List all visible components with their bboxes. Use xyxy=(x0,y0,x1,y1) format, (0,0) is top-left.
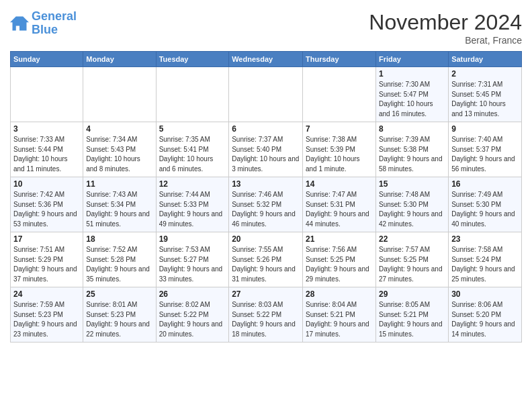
calendar-cell xyxy=(156,67,229,122)
day-number: 21 xyxy=(306,234,373,244)
day-number: 4 xyxy=(86,124,152,134)
calendar-cell: 28Sunrise: 8:04 AMSunset: 5:21 PMDayligh… xyxy=(303,287,376,342)
logo-text: General Blue xyxy=(32,10,77,37)
day-number: 28 xyxy=(306,289,373,299)
day-number: 23 xyxy=(451,234,519,244)
calendar-cell: 11Sunrise: 7:43 AMSunset: 5:34 PMDayligh… xyxy=(83,177,156,232)
day-number: 19 xyxy=(159,234,226,244)
header-saturday: Saturday xyxy=(449,52,522,67)
day-number: 24 xyxy=(13,289,80,299)
calendar-cell: 3Sunrise: 7:33 AMSunset: 5:44 PMDaylight… xyxy=(11,122,83,177)
logo-line2: Blue xyxy=(32,23,58,36)
logo-icon xyxy=(10,14,29,33)
day-info: Sunrise: 7:38 AMSunset: 5:39 PMDaylight:… xyxy=(306,135,373,174)
day-info: Sunrise: 7:59 AMSunset: 5:23 PMDaylight:… xyxy=(13,300,80,339)
calendar-cell: 21Sunrise: 7:56 AMSunset: 5:25 PMDayligh… xyxy=(303,232,376,287)
calendar-cell: 13Sunrise: 7:46 AMSunset: 5:32 PMDayligh… xyxy=(229,177,303,232)
day-number: 5 xyxy=(159,124,226,134)
day-info: Sunrise: 7:51 AMSunset: 5:29 PMDaylight:… xyxy=(13,245,80,284)
header-sunday: Sunday xyxy=(11,52,83,67)
header-tuesday: Tuesday xyxy=(156,52,229,67)
day-info: Sunrise: 8:06 AMSunset: 5:20 PMDaylight:… xyxy=(451,300,519,339)
day-number: 15 xyxy=(379,179,445,189)
day-info: Sunrise: 7:48 AMSunset: 5:30 PMDaylight:… xyxy=(379,190,445,229)
calendar-cell: 4Sunrise: 7:34 AMSunset: 5:43 PMDaylight… xyxy=(83,122,156,177)
day-info: Sunrise: 7:53 AMSunset: 5:27 PMDaylight:… xyxy=(159,245,226,284)
day-number: 6 xyxy=(232,124,300,134)
calendar-week-3: 10Sunrise: 7:42 AMSunset: 5:36 PMDayligh… xyxy=(11,177,522,232)
day-info: Sunrise: 7:43 AMSunset: 5:34 PMDaylight:… xyxy=(86,190,152,229)
header-wednesday: Wednesday xyxy=(229,52,303,67)
day-info: Sunrise: 8:03 AMSunset: 5:22 PMDaylight:… xyxy=(232,300,300,339)
day-info: Sunrise: 7:49 AMSunset: 5:30 PMDaylight:… xyxy=(451,190,519,229)
header-thursday: Thursday xyxy=(303,52,376,67)
day-number: 18 xyxy=(86,234,152,244)
logo-line1: General xyxy=(32,9,77,23)
calendar-cell: 18Sunrise: 7:52 AMSunset: 5:28 PMDayligh… xyxy=(83,232,156,287)
day-info: Sunrise: 7:56 AMSunset: 5:25 PMDaylight:… xyxy=(306,245,373,284)
calendar-cell: 15Sunrise: 7:48 AMSunset: 5:30 PMDayligh… xyxy=(375,177,448,232)
calendar-cell: 10Sunrise: 7:42 AMSunset: 5:36 PMDayligh… xyxy=(11,177,83,232)
day-number: 9 xyxy=(451,124,519,134)
day-number: 22 xyxy=(379,234,445,244)
calendar-cell xyxy=(303,67,376,122)
day-number: 13 xyxy=(232,179,300,189)
calendar-week-4: 17Sunrise: 7:51 AMSunset: 5:29 PMDayligh… xyxy=(11,232,522,287)
day-number: 26 xyxy=(159,289,226,299)
day-info: Sunrise: 7:35 AMSunset: 5:41 PMDaylight:… xyxy=(159,135,226,174)
day-info: Sunrise: 7:34 AMSunset: 5:43 PMDaylight:… xyxy=(86,135,152,174)
day-info: Sunrise: 7:47 AMSunset: 5:31 PMDaylight:… xyxy=(306,190,373,229)
main-container: General Blue November 2024 Berat, France… xyxy=(0,0,532,349)
header-monday: Monday xyxy=(83,52,156,67)
day-info: Sunrise: 8:01 AMSunset: 5:23 PMDaylight:… xyxy=(86,300,152,339)
header-friday: Friday xyxy=(375,52,448,67)
calendar-cell: 16Sunrise: 7:49 AMSunset: 5:30 PMDayligh… xyxy=(449,177,522,232)
logo: General Blue xyxy=(10,10,77,37)
calendar-cell: 29Sunrise: 8:05 AMSunset: 5:21 PMDayligh… xyxy=(375,287,448,342)
calendar-cell: 30Sunrise: 8:06 AMSunset: 5:20 PMDayligh… xyxy=(449,287,522,342)
day-info: Sunrise: 7:31 AMSunset: 5:45 PMDaylight:… xyxy=(451,80,519,119)
calendar-cell: 25Sunrise: 8:01 AMSunset: 5:23 PMDayligh… xyxy=(83,287,156,342)
calendar-cell: 9Sunrise: 7:40 AMSunset: 5:37 PMDaylight… xyxy=(449,122,522,177)
day-info: Sunrise: 7:30 AMSunset: 5:47 PMDaylight:… xyxy=(379,80,445,119)
calendar-week-2: 3Sunrise: 7:33 AMSunset: 5:44 PMDaylight… xyxy=(11,122,522,177)
day-info: Sunrise: 7:55 AMSunset: 5:26 PMDaylight:… xyxy=(232,245,300,284)
day-info: Sunrise: 7:57 AMSunset: 5:25 PMDaylight:… xyxy=(379,245,445,284)
svg-marker-0 xyxy=(10,16,29,30)
location-label: Berat, France xyxy=(369,35,522,46)
day-number: 1 xyxy=(379,69,445,79)
calendar-cell: 20Sunrise: 7:55 AMSunset: 5:26 PMDayligh… xyxy=(229,232,303,287)
day-info: Sunrise: 7:52 AMSunset: 5:28 PMDaylight:… xyxy=(86,245,152,284)
calendar-cell: 1Sunrise: 7:30 AMSunset: 5:47 PMDaylight… xyxy=(375,67,448,122)
day-number: 3 xyxy=(13,124,80,134)
calendar-cell xyxy=(11,67,83,122)
day-number: 29 xyxy=(379,289,445,299)
day-number: 12 xyxy=(159,179,226,189)
calendar-cell: 24Sunrise: 7:59 AMSunset: 5:23 PMDayligh… xyxy=(11,287,83,342)
title-block: November 2024 Berat, France xyxy=(369,10,522,46)
calendar-cell: 12Sunrise: 7:44 AMSunset: 5:33 PMDayligh… xyxy=(156,177,229,232)
day-info: Sunrise: 7:44 AMSunset: 5:33 PMDaylight:… xyxy=(159,190,226,229)
day-number: 17 xyxy=(13,234,80,244)
month-title: November 2024 xyxy=(369,10,522,35)
calendar-cell: 27Sunrise: 8:03 AMSunset: 5:22 PMDayligh… xyxy=(229,287,303,342)
calendar-cell: 19Sunrise: 7:53 AMSunset: 5:27 PMDayligh… xyxy=(156,232,229,287)
weekday-header-row: Sunday Monday Tuesday Wednesday Thursday… xyxy=(11,52,522,67)
day-info: Sunrise: 8:04 AMSunset: 5:21 PMDaylight:… xyxy=(306,300,373,339)
day-info: Sunrise: 8:02 AMSunset: 5:22 PMDaylight:… xyxy=(159,300,226,339)
calendar-week-1: 1Sunrise: 7:30 AMSunset: 5:47 PMDaylight… xyxy=(11,67,522,122)
day-info: Sunrise: 7:39 AMSunset: 5:38 PMDaylight:… xyxy=(379,135,445,174)
day-number: 2 xyxy=(451,69,519,79)
day-number: 7 xyxy=(306,124,373,134)
calendar-cell: 7Sunrise: 7:38 AMSunset: 5:39 PMDaylight… xyxy=(303,122,376,177)
day-info: Sunrise: 7:33 AMSunset: 5:44 PMDaylight:… xyxy=(13,135,80,174)
calendar-cell: 6Sunrise: 7:37 AMSunset: 5:40 PMDaylight… xyxy=(229,122,303,177)
calendar-cell: 23Sunrise: 7:58 AMSunset: 5:24 PMDayligh… xyxy=(449,232,522,287)
calendar-table: Sunday Monday Tuesday Wednesday Thursday… xyxy=(10,51,522,342)
day-number: 14 xyxy=(306,179,373,189)
day-number: 16 xyxy=(451,179,519,189)
calendar-cell: 8Sunrise: 7:39 AMSunset: 5:38 PMDaylight… xyxy=(375,122,448,177)
calendar-cell xyxy=(83,67,156,122)
calendar-cell: 22Sunrise: 7:57 AMSunset: 5:25 PMDayligh… xyxy=(375,232,448,287)
day-info: Sunrise: 8:05 AMSunset: 5:21 PMDaylight:… xyxy=(379,300,445,339)
